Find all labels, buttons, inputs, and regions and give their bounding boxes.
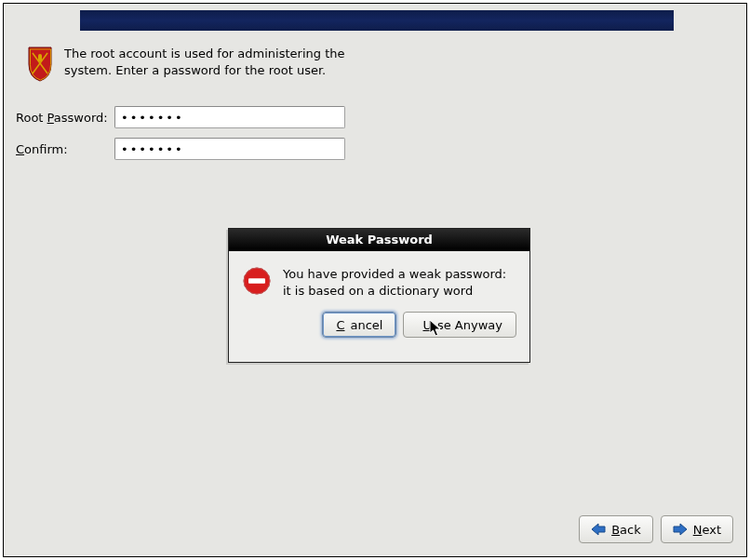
password-row: Root Password: (16, 106, 345, 128)
next-button[interactable]: Next (661, 515, 733, 543)
root-password-label: Root Password: (16, 111, 114, 125)
dialog-title: Weak Password (229, 229, 529, 251)
nav-button-row: Back Next (579, 515, 733, 543)
confirm-password-input[interactable] (114, 138, 345, 160)
header-banner (80, 10, 674, 31)
svg-rect-6 (248, 278, 265, 284)
svg-rect-3 (38, 56, 42, 61)
cancel-button[interactable]: Cancel (322, 312, 396, 338)
use-anyway-button[interactable]: Use Anyway (403, 312, 516, 338)
installer-panel: The root account is used for administeri… (3, 3, 747, 557)
error-icon (242, 266, 272, 296)
weak-password-dialog: Weak Password You have provided a weak p… (228, 228, 530, 363)
dialog-body: You have provided a weak password: it is… (229, 251, 529, 306)
shield-icon (25, 46, 55, 83)
dialog-message: You have provided a weak password: it is… (283, 266, 516, 299)
root-password-input[interactable] (114, 106, 345, 128)
arrow-right-icon (673, 523, 688, 536)
intro-text: The root account is used for administeri… (64, 46, 362, 78)
intro-block: The root account is used for administeri… (25, 46, 362, 83)
back-button[interactable]: Back (579, 515, 653, 543)
password-form: Root Password: Confirm: (16, 106, 345, 169)
dialog-button-row: Cancel Use Anyway (229, 306, 529, 349)
arrow-left-icon (591, 523, 606, 536)
confirm-label: Confirm: (16, 142, 114, 156)
confirm-row: Confirm: (16, 138, 345, 160)
